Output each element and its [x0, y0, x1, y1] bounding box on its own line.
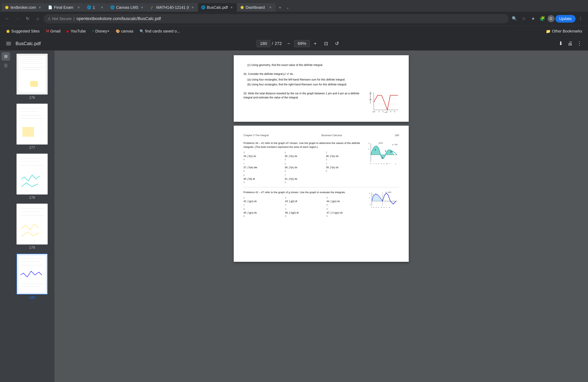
- bookmark-findcards[interactable]: 🔍 find cards saved o...: [137, 28, 183, 35]
- svg-text:y = f(x): y = f(x): [392, 144, 398, 146]
- problems-42-47-section: Problems 42 – 47 refer to the graph of g…: [243, 191, 399, 218]
- more-options-button[interactable]: ⋮: [576, 40, 583, 47]
- globe-icon: 🌐: [87, 5, 91, 10]
- bookmark-label: Gmail: [50, 29, 61, 33]
- new-tab-button[interactable]: ＋: [276, 3, 284, 12]
- bookmark-gmail[interactable]: M Gmail: [43, 28, 63, 35]
- extensions-button[interactable]: 🧩: [538, 14, 547, 23]
- p32b: (b) Using four rectangles, find the righ…: [247, 83, 399, 86]
- home-button[interactable]: ⌂: [33, 14, 42, 23]
- sidebar-icon-panel: ⊞ ☰: [0, 51, 12, 72]
- back-button[interactable]: ←: [3, 14, 12, 23]
- thumbnail-label-177: 177: [29, 146, 35, 150]
- thumbnail-label-179: 179: [29, 246, 35, 250]
- svg-text:2: 2: [376, 163, 377, 165]
- bookmark-label: Suggested Sites: [11, 29, 40, 33]
- profile-button[interactable]: G: [547, 15, 555, 22]
- zoom-input[interactable]: [294, 40, 310, 47]
- zoom-out-button[interactable]: −: [285, 40, 293, 47]
- tab-close-1[interactable]: ✕: [100, 5, 104, 10]
- tab-close-final-exam[interactable]: ✕: [76, 5, 81, 10]
- thumbnail-label-180: 180: [29, 296, 35, 300]
- bookmark-label: YouTube: [71, 29, 86, 33]
- update-button[interactable]: Update: [555, 15, 576, 22]
- zoom-control: − +: [285, 40, 319, 47]
- tab-dashboard[interactable]: ⭐ Dashboard ✕: [237, 3, 276, 12]
- zoom-in-button[interactable]: +: [311, 40, 319, 47]
- textbroker-icon: 🌟: [5, 5, 9, 10]
- bookmark-youtube[interactable]: ▶ YouTube: [64, 28, 89, 35]
- svg-text:2: 2: [378, 111, 379, 113]
- tab-label: Final Exam: [54, 5, 75, 10]
- tab-1[interactable]: 🌐 1 ✕: [84, 3, 107, 12]
- tab-close-math140[interactable]: ✕: [190, 5, 195, 10]
- problem-36: 2 36. ∫ f(x) dx 3: [326, 151, 364, 161]
- tab-overflow-button[interactable]: ⌄: [284, 3, 291, 12]
- svg-text:3: 3: [376, 207, 377, 208]
- intro-34-41: Problems 34 – 41 refer to the graph of f…: [243, 141, 364, 149]
- svg-text:2: 2: [373, 207, 374, 208]
- search-icon-btn[interactable]: 🔍: [510, 14, 519, 23]
- thumbnail-178[interactable]: 178: [17, 154, 48, 200]
- tab-close-dashboard[interactable]: ✕: [268, 5, 273, 10]
- page-number-input[interactable]: [257, 40, 270, 47]
- reload-button[interactable]: ↻: [23, 14, 32, 23]
- star-button[interactable]: ★: [529, 14, 537, 23]
- thumbnail-177[interactable]: 177: [17, 104, 48, 150]
- pdf-toolbar-left: BusCalc.pdf: [5, 41, 41, 47]
- dashboard-icon: ⭐: [240, 5, 244, 10]
- bookmark-disney[interactable]: + Disney+: [89, 28, 112, 35]
- disney-icon: +: [92, 29, 94, 33]
- sidebar-toggle-button[interactable]: [5, 41, 12, 47]
- svg-text:5: 5: [368, 142, 369, 144]
- warning-icon: ⚠: [47, 16, 51, 21]
- p32-label: 32. Consider the definite integral: [243, 72, 283, 75]
- svg-text:velocity (miles/hour): velocity (miles/hour): [370, 92, 371, 104]
- fit-page-button[interactable]: ⊡: [322, 40, 330, 47]
- p32-integral: ∫₀² x³ dx.: [283, 72, 294, 75]
- bookmark-suggested-sites[interactable]: ⭐ Suggested Sites: [3, 28, 42, 35]
- pdf-pages-container[interactable]: (c) Using geometry, find the exact value…: [54, 51, 588, 382]
- svg-text:5: 5: [381, 207, 382, 208]
- thumbnail-180[interactable]: 180: [17, 254, 48, 300]
- tab-buscalc[interactable]: 🌐 BusCalc.pdf ✕: [198, 3, 237, 12]
- thumbnail-image-176: [17, 54, 48, 95]
- section-separator: [243, 187, 399, 187]
- address-bar[interactable]: ⚠ Not Secure | opentextbookstore.com/bus…: [43, 14, 509, 23]
- gmail-icon: M: [46, 29, 49, 33]
- thumbnail-179[interactable]: 179: [17, 204, 48, 250]
- download-button[interactable]: ⬇: [557, 40, 565, 47]
- svg-text:4: 4: [381, 163, 382, 165]
- bookmark-other[interactable]: 📁 Other Bookmarks: [543, 28, 585, 35]
- problem-42: 2 42. ∫ g(x) dx 1: [243, 196, 282, 207]
- tab-final-exam[interactable]: 📄 Final Exam ✕: [45, 3, 84, 12]
- svg-text:0: 0: [370, 163, 371, 165]
- problem-43: 3 43. ∫ g(t) dt 1: [285, 196, 324, 207]
- bookmark-star-button[interactable]: ☆: [520, 14, 528, 23]
- tab-close-canvas[interactable]: ✕: [140, 5, 144, 10]
- svg-text:time: time: [384, 111, 388, 113]
- problem-39: 7 39. ∫ f(x) dx 0: [326, 162, 364, 173]
- bookmark-canvas[interactable]: 🎨 canvas: [113, 28, 136, 35]
- tab-label: textbroker.com: [10, 5, 36, 10]
- tab-canvas[interactable]: 🌐 Canvas LMS ✕: [107, 3, 147, 12]
- tab-close-textbroker[interactable]: ✕: [38, 5, 42, 10]
- pdf-sidebar: ⊞ ☰ 176: [0, 51, 54, 382]
- problem-37: 7 37. ∫ f(w) dw 6: [243, 162, 282, 173]
- tab-math140[interactable]: 🎓 MATH140-12141 (ONL... ✕: [147, 3, 198, 12]
- pdf-page-top: (c) Using geometry, find the exact value…: [234, 55, 409, 122]
- svg-text:1: 1: [395, 163, 396, 165]
- outline-view-button[interactable]: ☰: [1, 62, 10, 70]
- bookmarks-folder-icon: 📁: [546, 29, 551, 34]
- suggested-sites-icon: ⭐: [6, 29, 10, 33]
- rotate-button[interactable]: ↺: [333, 40, 341, 47]
- thumbnail-176[interactable]: 176: [17, 54, 48, 100]
- tab-close-buscalc[interactable]: ✕: [230, 5, 234, 10]
- svg-text:6: 6: [384, 207, 385, 208]
- forward-button[interactable]: →: [13, 14, 22, 23]
- menu-button[interactable]: ⋮: [576, 14, 585, 23]
- print-button[interactable]: 🖨: [566, 40, 574, 47]
- tab-textbroker[interactable]: 🌟 textbroker.com ✕: [1, 3, 45, 12]
- thumbnail-view-button[interactable]: ⊞: [1, 52, 10, 61]
- g-graph-container: y = g(x) 2 1 -1 3 4: [369, 191, 399, 218]
